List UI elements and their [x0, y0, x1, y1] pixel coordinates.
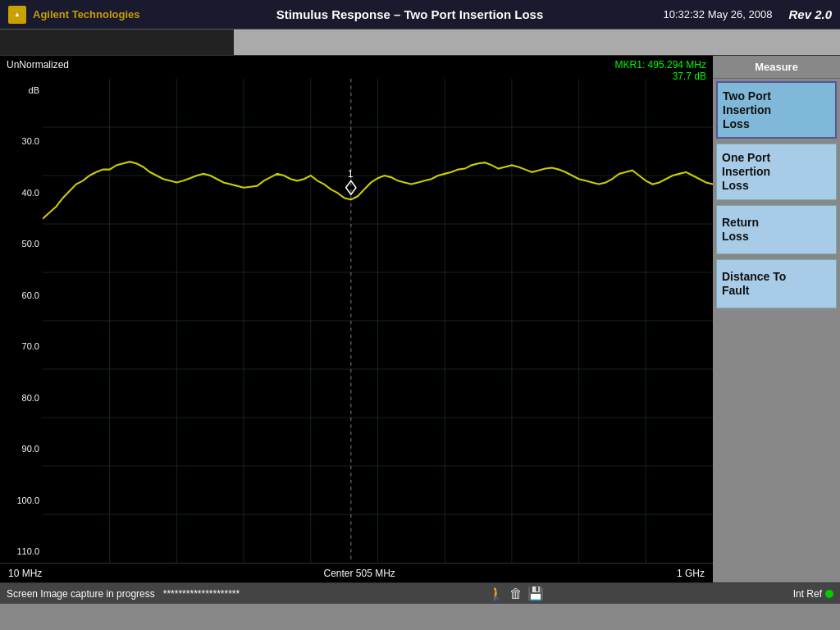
- revision: Rev 2.0: [788, 7, 832, 21]
- db-label: dB: [2, 85, 39, 95]
- header: ▲ Agilent Technologies Stimulus Response…: [0, 0, 840, 30]
- freq-end: 1 GHz: [677, 568, 705, 579]
- marker-info: MKR1: 495.294 MHz 37.7 dB: [615, 59, 706, 75]
- y-axis: dB 30.0 40.0 50.0 60.0 70.0 80.0 90.0 10…: [0, 79, 43, 563]
- int-ref: Int Ref: [793, 588, 833, 600]
- marker-line1: MKR1: 495.294 MHz: [615, 59, 706, 71]
- agilent-icon: ▲: [8, 6, 26, 24]
- right-panel: Measure Two PortInsertionLoss One PortIn…: [713, 56, 840, 582]
- y-90: 90.0: [2, 444, 39, 454]
- status-icons: 🚶 🗑 💾: [488, 586, 544, 601]
- chart-container: UnNormalized MKR1: 495.294 MHz 37.7 dB d…: [0, 56, 713, 582]
- y-100: 100.0: [2, 495, 39, 505]
- svg-text:1: 1: [348, 168, 354, 180]
- status-text: Screen Image capture in progress: [7, 588, 155, 600]
- y-110: 110.0: [2, 546, 39, 556]
- freq-center: Center 505 MHz: [323, 568, 395, 579]
- trash-icon: 🗑: [509, 587, 523, 601]
- return-loss-button[interactable]: ReturnLoss: [716, 205, 837, 254]
- logo-area: ▲ Agilent Technologies: [8, 6, 140, 24]
- status-bar: Screen Image capture in progress *******…: [0, 582, 840, 604]
- one-port-loss-button[interactable]: One PortInsertionLoss: [716, 144, 837, 199]
- chart-header: UnNormalized MKR1: 495.294 MHz 37.7 dB: [0, 56, 713, 79]
- unnormalized-label: UnNormalized: [7, 59, 69, 75]
- int-ref-label: Int Ref: [793, 588, 822, 600]
- y-70: 70.0: [2, 341, 39, 351]
- chart-footer: 10 MHz Center 505 MHz 1 GHz: [0, 563, 713, 582]
- two-port-loss-button[interactable]: Two PortInsertionLoss: [716, 81, 837, 139]
- status-asterisks: ********************: [163, 588, 240, 600]
- main-area: UnNormalized MKR1: 495.294 MHz 37.7 dB d…: [0, 56, 840, 582]
- y-80: 80.0: [2, 393, 39, 403]
- toolbar-left: [0, 30, 234, 55]
- save-icon: 💾: [527, 586, 544, 601]
- y-60: 60.0: [2, 290, 39, 300]
- freq-start: 10 MHz: [8, 568, 42, 579]
- y-30: 30.0: [2, 136, 39, 146]
- distance-to-fault-button[interactable]: Distance ToFault: [716, 259, 837, 308]
- toolbar-right: [234, 30, 840, 55]
- page-title: Stimulus Response – Two Port Insertion L…: [157, 7, 664, 21]
- toolbar: [0, 30, 840, 56]
- person-icon: 🚶: [488, 586, 504, 601]
- chart-plot: 1: [43, 79, 713, 563]
- int-ref-indicator: [825, 590, 833, 598]
- chart-svg: 1: [43, 79, 713, 563]
- chart-body: dB 30.0 40.0 50.0 60.0 70.0 80.0 90.0 10…: [0, 79, 713, 563]
- status-left: Screen Image capture in progress *******…: [7, 588, 240, 600]
- brand-name: Agilent Technologies: [33, 8, 140, 21]
- datetime: 10:32:32 May 26, 2008: [663, 8, 772, 21]
- y-50: 50.0: [2, 239, 39, 249]
- y-40: 40.0: [2, 188, 39, 198]
- measure-label: Measure: [713, 56, 840, 79]
